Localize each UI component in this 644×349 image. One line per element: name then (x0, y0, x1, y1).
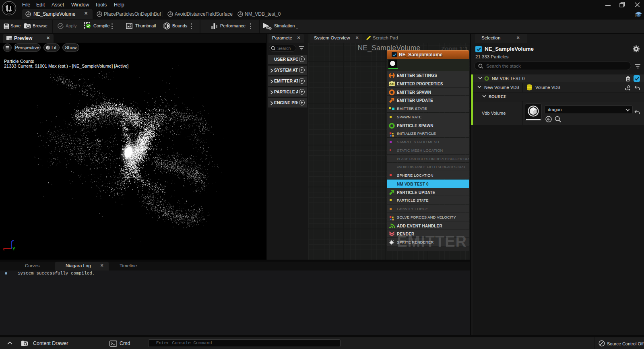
svg-text:Y: Y (12, 247, 15, 251)
svg-text:GPU: GPU (389, 83, 395, 86)
svg-text:x: x (3, 247, 5, 251)
svg-text:z: z (12, 239, 14, 243)
